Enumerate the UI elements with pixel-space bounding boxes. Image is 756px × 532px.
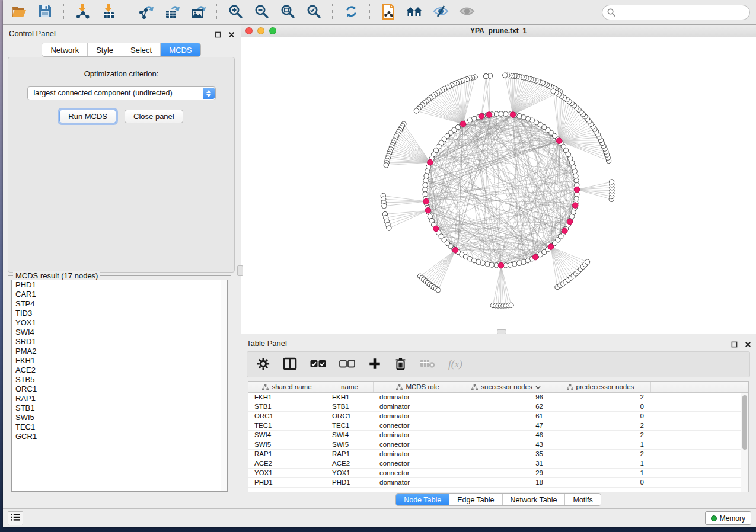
select-all-button[interactable] xyxy=(310,360,326,370)
show-columns-button[interactable] xyxy=(283,357,297,372)
graph-node[interactable] xyxy=(512,262,517,267)
export-network-button[interactable] xyxy=(136,3,156,22)
tab-motifs[interactable]: Motifs xyxy=(564,494,600,505)
graph-hub-node[interactable] xyxy=(572,203,578,209)
list-item[interactable]: STB5 xyxy=(12,375,227,384)
zoom-out-button[interactable] xyxy=(251,3,272,22)
list-item[interactable]: STB1 xyxy=(12,403,227,413)
graph-hub-node[interactable] xyxy=(425,207,431,213)
list-item[interactable]: GCR1 xyxy=(12,432,227,441)
refresh-button[interactable] xyxy=(341,3,361,22)
memory-button[interactable]: Memory xyxy=(705,511,751,525)
graph-node[interactable] xyxy=(384,163,388,168)
graph-hub-node[interactable] xyxy=(433,226,439,232)
column-header-name[interactable]: name xyxy=(326,382,374,392)
delete-table-button[interactable] xyxy=(420,358,435,370)
zoom-in-button[interactable] xyxy=(225,3,245,22)
graph-hub-node[interactable] xyxy=(498,262,504,268)
graph-node[interactable] xyxy=(480,261,485,265)
graph-node[interactable] xyxy=(516,114,521,118)
tab-select[interactable]: Select xyxy=(122,43,160,56)
graph-hub-node[interactable] xyxy=(567,219,573,225)
function-builder-button[interactable]: f(x) xyxy=(448,358,462,370)
list-item[interactable]: ACE2 xyxy=(12,366,227,375)
graph-node[interactable] xyxy=(425,169,430,174)
graph-node[interactable] xyxy=(503,111,508,116)
zoom-selected-button[interactable] xyxy=(304,3,324,22)
column-header-successor-nodes[interactable]: successor nodes xyxy=(462,382,550,392)
graph-node[interactable] xyxy=(573,174,578,178)
list-item[interactable]: SWI4 xyxy=(12,328,227,337)
list-item[interactable]: SWI5 xyxy=(12,413,227,422)
graph-hub-node[interactable] xyxy=(548,244,554,250)
search-input[interactable] xyxy=(602,5,750,20)
table-row[interactable]: RAP1RAP1dominator352 xyxy=(248,450,748,459)
list-item[interactable]: ORC1 xyxy=(12,384,227,394)
save-session-button[interactable] xyxy=(35,3,55,22)
export-image-button[interactable] xyxy=(188,3,208,22)
run-mcds-button[interactable]: Run MCDS xyxy=(59,110,116,123)
graph-node[interactable] xyxy=(508,262,512,267)
graph-hub-node[interactable] xyxy=(460,121,466,127)
vertical-split-handle[interactable] xyxy=(237,265,243,276)
add-column-button[interactable] xyxy=(368,357,381,372)
task-history-button[interactable] xyxy=(8,511,23,525)
graph-node[interactable] xyxy=(424,174,429,178)
table-scrollbar-thumb[interactable] xyxy=(742,395,747,450)
table-settings-button[interactable] xyxy=(257,357,270,372)
graph-hub-node[interactable] xyxy=(479,114,484,120)
import-table-button[interactable] xyxy=(98,3,119,22)
list-item[interactable]: FKH1 xyxy=(12,356,227,366)
graph-node[interactable] xyxy=(387,226,391,230)
table-scrollbar[interactable] xyxy=(741,393,748,492)
list-item[interactable]: TEC1 xyxy=(12,422,227,432)
graph-node[interactable] xyxy=(489,262,494,267)
graph-node[interactable] xyxy=(509,303,513,307)
graph-hub-node[interactable] xyxy=(532,254,538,260)
export-table-button[interactable] xyxy=(162,3,182,22)
graph-hub-node[interactable] xyxy=(574,187,580,193)
float-panel-icon[interactable] xyxy=(215,30,221,40)
table-row[interactable]: SWI4SWI4dominator462 xyxy=(248,431,748,440)
column-header-shared-name[interactable]: shared name xyxy=(248,382,326,392)
table-row[interactable]: TEC1TEC1connector472 xyxy=(248,421,748,431)
list-item[interactable]: RAP1 xyxy=(12,394,227,403)
import-network-button[interactable] xyxy=(72,3,92,22)
table-row[interactable]: ACE2ACE2connector311 xyxy=(248,459,748,469)
list-item[interactable]: STP4 xyxy=(12,299,227,309)
list-item[interactable]: PMA2 xyxy=(12,347,227,356)
graph-node[interactable] xyxy=(414,108,419,113)
table-row[interactable]: SWI5SWI5connector431 xyxy=(248,440,748,450)
graph-hub-node[interactable] xyxy=(452,247,458,253)
graph-node[interactable] xyxy=(423,178,428,182)
graph-hub-node[interactable] xyxy=(556,138,562,144)
zoom-fit-button[interactable] xyxy=(277,3,298,22)
graph-node[interactable] xyxy=(485,262,490,267)
graph-node[interactable] xyxy=(436,287,441,292)
list-scrollbar[interactable] xyxy=(221,280,227,491)
delete-button[interactable] xyxy=(394,357,407,372)
list-item[interactable]: TID3 xyxy=(12,309,227,318)
graph-node[interactable] xyxy=(574,178,579,182)
list-item[interactable]: PHD1 xyxy=(12,280,227,290)
graph-node[interactable] xyxy=(484,73,489,78)
homes-button[interactable] xyxy=(404,3,425,22)
tab-network[interactable]: Network xyxy=(42,43,87,56)
graph-hub-node[interactable] xyxy=(428,159,433,165)
list-item[interactable]: SRD1 xyxy=(12,337,227,347)
graph-node[interactable] xyxy=(423,192,428,197)
graph-hub-node[interactable] xyxy=(562,228,568,234)
graph-node[interactable] xyxy=(609,180,614,184)
graph-node[interactable] xyxy=(503,73,508,78)
close-panel-button[interactable]: Close panel xyxy=(125,110,183,123)
graph-node[interactable] xyxy=(585,259,589,264)
table-row[interactable]: FKH1FKH1dominator962 xyxy=(248,393,748,402)
graph-node[interactable] xyxy=(423,182,428,187)
graph-hub-node[interactable] xyxy=(510,112,516,118)
graph-node[interactable] xyxy=(423,187,428,192)
list-item[interactable]: CAR1 xyxy=(12,290,227,299)
table-row[interactable]: PHD1PHD1dominator180 xyxy=(248,478,748,488)
graph-hub-node[interactable] xyxy=(423,198,429,204)
graph-node[interactable] xyxy=(382,203,387,208)
graph-hub-node[interactable] xyxy=(486,112,492,118)
